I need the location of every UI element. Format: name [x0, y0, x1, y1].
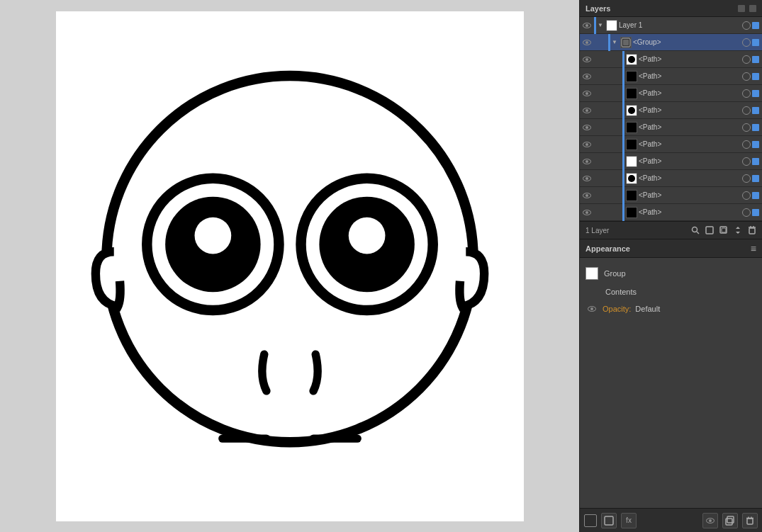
new-layer-button[interactable] — [719, 226, 728, 234]
svg-rect-15 — [722, 228, 726, 232]
layer-color-indicator — [752, 22, 759, 29]
visibility-toggle[interactable] — [580, 34, 594, 51]
layer-row[interactable]: <Path> — [580, 119, 762, 136]
layer-color-bar — [622, 187, 624, 204]
visibility-toggle[interactable] — [580, 170, 594, 187]
visibility-toggle[interactable] — [580, 204, 594, 221]
layer-thumbnail — [606, 20, 617, 31]
delete-layer-button[interactable] — [748, 226, 756, 234]
appearance-group-row: Group — [580, 264, 762, 283]
appearance-titlebar: Appearance ≡ — [580, 239, 762, 258]
layer-row[interactable]: ▼ <Group> — [580, 34, 762, 51]
visibility-toggle[interactable] — [580, 102, 594, 119]
eye-icon — [583, 40, 591, 45]
visibility-toggle[interactable] — [580, 153, 594, 170]
visibility-toggle[interactable] — [580, 51, 594, 68]
eye-icon — [583, 159, 591, 164]
duplicate-button[interactable] — [722, 513, 738, 528]
layer-color-indicator — [752, 141, 759, 148]
layer-lock-icon — [742, 72, 751, 81]
expand-arrow[interactable]: ▼ — [596, 21, 605, 30]
appearance-menu-button[interactable]: ≡ — [751, 243, 756, 254]
layer-thumbnail — [626, 122, 637, 133]
visibility-toggle[interactable] — [580, 85, 594, 102]
eye-icon — [583, 142, 591, 147]
fx-button[interactable]: fx — [621, 513, 637, 528]
svg-rect-10 — [623, 40, 629, 45]
new-layer-button[interactable] — [601, 513, 617, 528]
eye-icon — [583, 176, 591, 181]
layer-right-icons — [742, 106, 762, 115]
svg-point-6 — [348, 217, 385, 254]
layer-name: <Path> — [639, 123, 742, 131]
right-panel: Layers ▼ Layer 1 — [579, 0, 762, 532]
layer-name: <Path> — [639, 191, 742, 199]
layer-color-bar — [622, 51, 624, 68]
layers-bottom-toolbar — [691, 226, 756, 234]
layer-row[interactable]: <Path> — [580, 102, 762, 119]
layer-row[interactable]: <Path> — [580, 204, 762, 221]
layer-right-icons — [742, 123, 762, 132]
layer-lock-icon — [742, 174, 751, 183]
layer-row[interactable]: <Path> — [580, 68, 762, 85]
visibility-toggle[interactable] — [580, 136, 594, 153]
layer-name: <Path> — [639, 208, 742, 216]
layer-lock-icon — [742, 55, 751, 64]
layer-lock-icon — [742, 89, 751, 98]
layer-right-icons — [742, 55, 762, 64]
opacity-value: Default — [635, 305, 660, 313]
appearance-title: Appearance — [585, 244, 630, 253]
eye-icon — [583, 57, 591, 62]
layer-lock-icon — [742, 191, 751, 200]
visibility-toggle[interactable] — [580, 17, 594, 34]
visibility-button[interactable] — [702, 513, 718, 528]
visibility-toggle[interactable] — [580, 68, 594, 85]
layer-color-indicator — [752, 107, 759, 114]
layer-color-indicator — [752, 192, 759, 199]
layer-right-icons — [742, 208, 762, 217]
layer-row[interactable]: <Path> — [580, 170, 762, 187]
panel-title-controls — [738, 5, 756, 12]
move-layer-button[interactable] — [734, 226, 742, 234]
layer-color-bar — [622, 119, 624, 136]
search-layers-button[interactable] — [691, 226, 700, 234]
close-btn[interactable] — [749, 5, 756, 12]
layer-color-indicator — [752, 158, 759, 165]
layer-thumbnail — [626, 207, 637, 218]
layer-thumbnail — [626, 156, 637, 167]
layer-color-bar — [622, 170, 624, 187]
layer-right-icons — [742, 157, 762, 166]
layer-name: <Group> — [633, 38, 742, 46]
appearance-visibility-toggle[interactable] — [585, 302, 598, 315]
add-layer-button[interactable] — [705, 226, 714, 234]
new-item-button[interactable] — [584, 514, 597, 527]
layer-thumbnail — [626, 54, 637, 65]
layer-count: 1 Layer — [585, 227, 609, 234]
layer-color-bar — [622, 153, 624, 170]
appearance-bottom-toolbar: fx — [580, 508, 762, 532]
visibility-toggle[interactable] — [580, 119, 594, 136]
appearance-swatch[interactable] — [585, 267, 598, 280]
visibility-toggle[interactable] — [580, 187, 594, 204]
layer-thumbnail — [626, 139, 637, 150]
layer-lock-icon — [742, 38, 751, 47]
layer-row[interactable]: <Path> — [580, 153, 762, 170]
layer-name: <Path> — [639, 106, 742, 114]
eye-icon — [583, 91, 591, 96]
layer-row[interactable]: <Path> — [580, 51, 762, 68]
eye-icon — [583, 125, 591, 130]
layer-row[interactable]: ▼ Layer 1 — [580, 17, 762, 34]
appearance-contents-label: Contents — [605, 288, 637, 296]
minimize-btn[interactable] — [738, 5, 745, 12]
eye-icon — [583, 210, 591, 215]
layer-row[interactable]: <Path> — [580, 187, 762, 204]
layer-color-bar — [622, 204, 624, 221]
expand-arrow[interactable]: ▼ — [610, 38, 619, 47]
layer-row[interactable]: <Path> — [580, 85, 762, 102]
canvas-area — [0, 0, 579, 532]
layer-row[interactable]: <Path> — [580, 136, 762, 153]
layer-color-bar — [622, 136, 624, 153]
layer-thumbnail — [626, 105, 637, 116]
svg-point-11 — [693, 227, 697, 232]
delete-appearance-button[interactable] — [742, 513, 758, 528]
